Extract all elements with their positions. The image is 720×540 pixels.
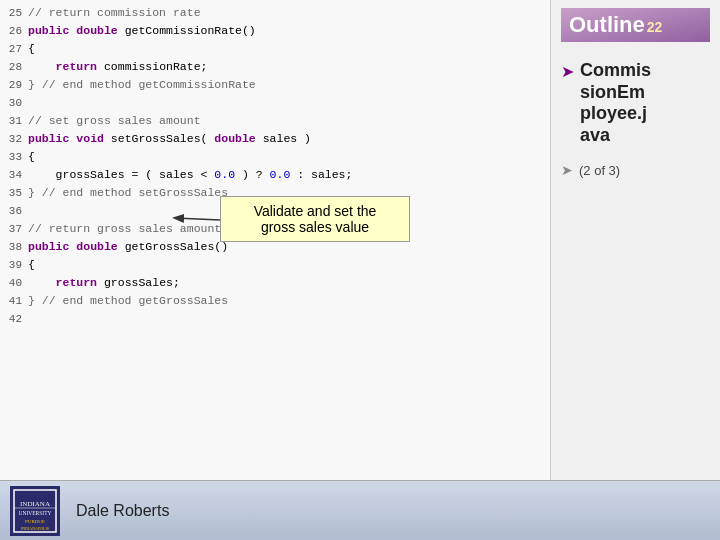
code-panel: 25 // return commission rate 26 public d… (0, 0, 550, 480)
code-line-28: 28 return commissionRate; (0, 58, 550, 76)
callout-text-line1: Validate and set the (254, 203, 377, 219)
code-line-34: 34 grossSales = ( sales < 0.0 ) ? 0.0 : … (0, 166, 550, 184)
file-name: CommissionEmployee.java (580, 60, 651, 146)
code-line-33: 33 { (0, 148, 550, 166)
code-line-32: 32 public void setGrossSales( double sal… (0, 130, 550, 148)
svg-text:UNIVERSITY: UNIVERSITY (19, 510, 52, 516)
code-line-31: 31 // set gross sales amount (0, 112, 550, 130)
svg-text:PURDUE: PURDUE (25, 519, 45, 524)
bottom-bar: INDIANA UNIVERSITY PURDUE INDIANAPOLIS D… (0, 480, 720, 540)
code-line-40: 40 return grossSales; (0, 274, 550, 292)
code-line-26: 26 public double getCommissionRate() (0, 22, 550, 40)
svg-text:INDIANAPOLIS: INDIANAPOLIS (21, 526, 49, 531)
code-line-42: 42 (0, 310, 550, 328)
file-arrow-icon: ➤ (561, 62, 574, 81)
author-name: Dale Roberts (76, 502, 169, 520)
page-ref-text: (2 of 3) (579, 163, 620, 178)
page-ref-arrow-icon: ➤ (561, 162, 573, 178)
file-reference: ➤ CommissionEmployee.java (561, 60, 651, 146)
code-line-39: 39 { (0, 256, 550, 274)
outline-header: Outline22 (561, 8, 710, 42)
outline-title: Outline (569, 12, 645, 38)
code-line-30: 30 (0, 94, 550, 112)
page-reference: ➤ (2 of 3) (561, 162, 620, 178)
code-line-27: 27 { (0, 40, 550, 58)
code-line-29: 29 } // end method getCommissionRate (0, 76, 550, 94)
svg-text:INDIANA: INDIANA (20, 500, 50, 508)
code-line-41: 41 } // end method getGrossSales (0, 292, 550, 310)
callout-box: Validate and set the gross sales value (220, 196, 410, 242)
right-panel: Outline22 ➤ CommissionEmployee.java ➤ (2… (550, 0, 720, 540)
main-container: 25 // return commission rate 26 public d… (0, 0, 720, 540)
iupui-logo: INDIANA UNIVERSITY PURDUE INDIANAPOLIS (10, 486, 60, 536)
code-line-25: 25 // return commission rate (0, 4, 550, 22)
callout-text-line2: gross sales value (261, 219, 369, 235)
slide-number: 22 (647, 19, 663, 35)
